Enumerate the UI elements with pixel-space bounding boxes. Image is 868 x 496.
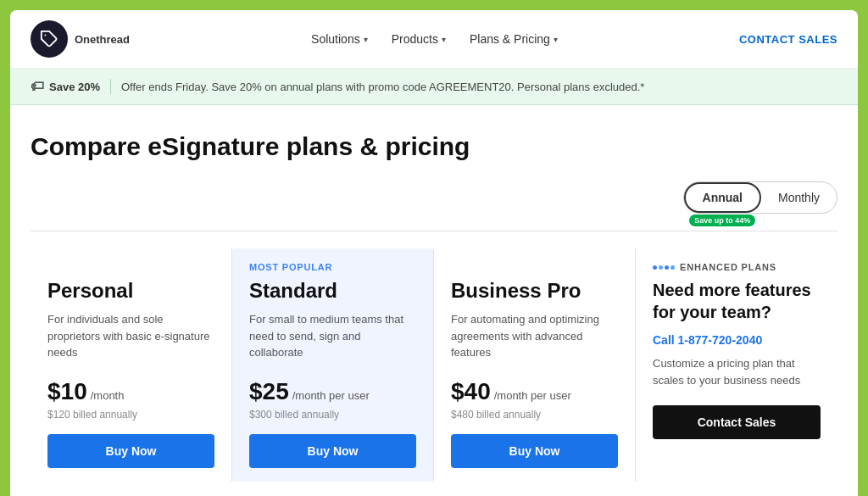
banner-text: Offer ends Friday. Save 20% on annual pl… (121, 81, 644, 93)
standard-plan-name: Standard (249, 279, 416, 303)
standard-price-amount: $25 (249, 378, 289, 405)
personal-annual: $120 billed annually (47, 409, 214, 421)
plan-standard: MOST POPULAR Standard For small to mediu… (232, 248, 434, 482)
enhanced-title: Need more features for your team? (653, 279, 821, 323)
plans-chevron-icon: ▾ (554, 35, 558, 44)
save-label: Save 20% (49, 81, 100, 93)
personal-buy-button[interactable]: Buy Now (47, 434, 214, 468)
nav-plans-label: Plans & Pricing (470, 32, 550, 46)
tag-icon: 🏷 (31, 79, 44, 94)
plan-business-pro: Business Pro For automating and optimizi… (434, 248, 636, 482)
most-popular-label: MOST POPULAR (249, 262, 416, 272)
nav-solutions-label: Solutions (311, 32, 360, 46)
business-pro-plan-price: $40 /month per user (451, 378, 618, 405)
toggle-container: Annual Save up to 44% Monthly (683, 181, 837, 214)
personal-price-period: /month (91, 389, 125, 402)
logo-text: Onethread (75, 33, 130, 46)
business-pro-plan-name: Business Pro (451, 279, 618, 303)
enhanced-label: ENHANCED PLANS (653, 262, 821, 272)
enhanced-desc: Customize a pricing plan that scales to … (653, 355, 821, 388)
annual-toggle[interactable]: Annual Save up to 44% (684, 182, 761, 213)
nav-products-label: Products (392, 32, 438, 46)
save-tag: 🏷 Save 20% (31, 79, 111, 94)
standard-price-period: /month per user (292, 389, 370, 402)
save-badge: Save up to 44% (689, 215, 755, 226)
main-content: Compare eSignature plans & pricing Annua… (10, 105, 858, 496)
personal-plan-desc: For individuals and sole proprietors wit… (47, 311, 214, 361)
monthly-toggle[interactable]: Monthly (761, 184, 837, 211)
business-pro-plan-desc: For automating and optimizing agreements… (451, 311, 618, 361)
personal-price-amount: $10 (47, 378, 87, 405)
nav-plans[interactable]: Plans & Pricing ▾ (461, 25, 566, 53)
header: Onethread Solutions ▾ Products ▾ Plans &… (10, 10, 858, 69)
nav-products[interactable]: Products ▾ (383, 25, 454, 53)
plans-grid: Personal For individuals and sole propri… (31, 231, 837, 482)
products-chevron-icon: ▾ (442, 35, 446, 44)
enhanced-dots-icon (653, 265, 675, 270)
logo-icon (31, 20, 68, 58)
contact-sales-enhanced-button[interactable]: Contact Sales (653, 405, 821, 439)
business-pro-buy-button[interactable]: Buy Now (451, 434, 618, 468)
enhanced-plans-card: ENHANCED PLANS Need more features for yo… (636, 248, 837, 482)
standard-annual: $300 billed annually (249, 409, 416, 421)
promo-banner: 🏷 Save 20% Offer ends Friday. Save 20% o… (10, 69, 858, 105)
billing-toggle: Annual Save up to 44% Monthly (31, 181, 837, 214)
main-nav: Solutions ▾ Products ▾ Plans & Pricing ▾ (303, 25, 566, 53)
page-title: Compare eSignature plans & pricing (31, 132, 837, 161)
nav-solutions[interactable]: Solutions ▾ (303, 25, 376, 53)
business-pro-price-period: /month per user (494, 389, 571, 402)
business-pro-price-amount: $40 (451, 378, 491, 405)
solutions-chevron-icon: ▾ (364, 35, 368, 44)
page-container: Onethread Solutions ▾ Products ▾ Plans &… (10, 10, 858, 496)
standard-buy-button[interactable]: Buy Now (249, 434, 416, 468)
personal-plan-name: Personal (47, 279, 214, 303)
business-pro-annual: $480 billed annually (451, 409, 618, 421)
standard-plan-desc: For small to medium teams that need to s… (249, 311, 416, 361)
contact-sales-button[interactable]: CONTACT SALES (739, 33, 837, 46)
standard-plan-price: $25 /month per user (249, 378, 416, 405)
personal-plan-price: $10 /month (47, 378, 214, 405)
logo[interactable]: Onethread (31, 20, 130, 58)
enhanced-phone[interactable]: Call 1-877-720-2040 (653, 333, 821, 347)
plan-personal: Personal For individuals and sole propri… (31, 248, 232, 482)
